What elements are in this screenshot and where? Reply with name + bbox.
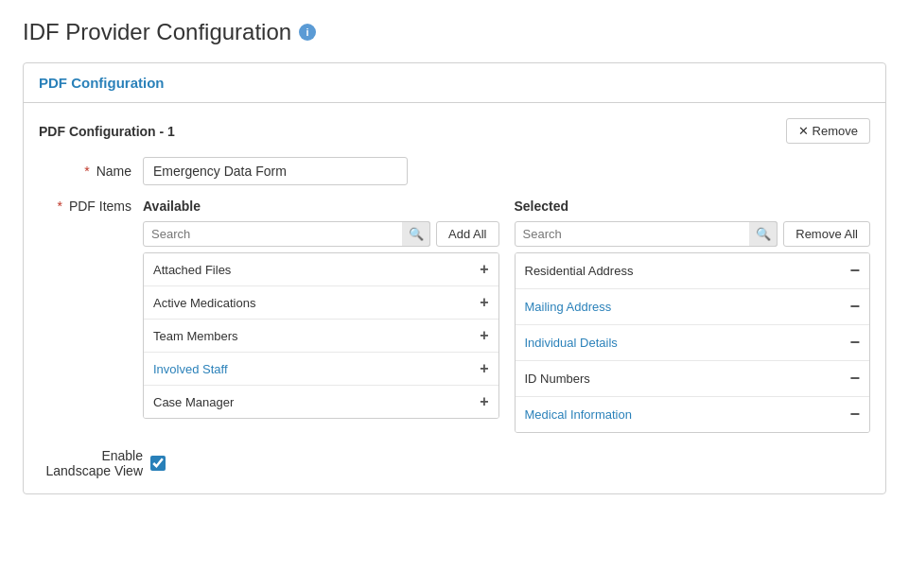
available-item-label-0: Attached Files — [153, 263, 231, 277]
config-section-header: PDF Configuration - 1 ✕ Remove — [39, 118, 870, 144]
page-title: IDF Provider Configuration — [23, 19, 291, 45]
available-list-container: Attached Files + Active Medications + Te… — [143, 252, 499, 419]
remove-icon-2[interactable]: − — [849, 333, 860, 353]
card-header: PDF Configuration — [24, 63, 885, 103]
available-item-label-2: Team Members — [153, 329, 238, 343]
name-row: * Name — [39, 157, 870, 185]
landscape-checkbox-wrapper — [150, 456, 166, 471]
pdf-items-row: * PDF Items Available 🔍 — [39, 199, 870, 433]
remove-all-button[interactable]: Remove All — [783, 221, 870, 247]
remove-icon-0[interactable]: − — [849, 261, 860, 281]
selected-item-1[interactable]: Mailing Address − — [516, 289, 870, 325]
add-icon-1[interactable]: + — [480, 294, 488, 311]
add-icon-4[interactable]: + — [480, 393, 488, 410]
available-item-label-4: Case Manager — [153, 395, 234, 409]
available-list: Attached Files + Active Medications + Te… — [144, 253, 498, 418]
pdf-config-card: PDF Configuration PDF Configuration - 1 … — [23, 62, 886, 494]
available-item-1[interactable]: Active Medications + — [144, 286, 498, 320]
selected-item-0[interactable]: Residential Address − — [516, 253, 870, 289]
remove-button[interactable]: ✕ Remove — [786, 118, 870, 144]
selected-list-container: Residential Address − Mailing Address − … — [515, 252, 871, 433]
add-icon-0[interactable]: + — [480, 261, 488, 278]
available-item-4[interactable]: Case Manager + — [144, 386, 498, 418]
landscape-label: Enable Landscape View — [39, 448, 143, 478]
landscape-checkbox[interactable] — [150, 456, 166, 471]
selected-item-2[interactable]: Individual Details − — [516, 325, 870, 361]
add-all-button[interactable]: Add All — [436, 221, 498, 247]
search-icon-2: 🔍 — [756, 227, 771, 241]
available-item-3[interactable]: Involved Staff + — [144, 353, 498, 386]
remove-icon-1[interactable]: − — [849, 297, 860, 317]
selected-item-4[interactable]: Medical Information − — [516, 397, 870, 432]
required-star-2: * — [58, 199, 62, 214]
selected-list: Residential Address − Mailing Address − … — [516, 253, 870, 432]
selected-item-label-3: ID Numbers — [525, 372, 590, 386]
card-header-title: PDF Configuration — [39, 75, 164, 91]
available-item-label-1: Active Medications — [153, 296, 255, 310]
landscape-row: Enable Landscape View — [39, 448, 870, 478]
info-icon[interactable]: i — [299, 24, 316, 41]
selected-item-label-4: Medical Information — [525, 407, 632, 422]
required-star: * — [84, 164, 89, 179]
pdf-items-label: * PDF Items — [39, 199, 143, 214]
name-input[interactable] — [143, 157, 408, 185]
selected-search-button[interactable]: 🔍 — [749, 221, 778, 247]
card-body: PDF Configuration - 1 ✕ Remove * Name * … — [24, 103, 885, 493]
available-item-0[interactable]: Attached Files + — [144, 253, 498, 286]
selected-panel: Selected 🔍 Remove All — [515, 199, 871, 433]
selected-item-3[interactable]: ID Numbers − — [516, 361, 870, 397]
config-section-title: PDF Configuration - 1 — [39, 124, 175, 139]
remove-icon-4[interactable]: − — [849, 405, 860, 424]
available-search-input[interactable] — [143, 221, 430, 247]
selected-item-label-1: Mailing Address — [525, 300, 612, 314]
selected-item-label-0: Residential Address — [525, 264, 634, 278]
available-search-row: 🔍 Add All — [143, 221, 499, 247]
selected-search-wrap: 🔍 — [515, 221, 778, 247]
available-search-button[interactable]: 🔍 — [402, 221, 430, 247]
remove-icon-3[interactable]: − — [849, 369, 860, 389]
search-icon: 🔍 — [409, 227, 424, 241]
available-item-label-3: Involved Staff — [153, 362, 228, 376]
name-label: * Name — [39, 157, 143, 179]
add-icon-2[interactable]: + — [480, 327, 488, 344]
available-title: Available — [143, 199, 499, 214]
pdf-items-content: Available 🔍 Add All — [143, 199, 870, 433]
available-item-2[interactable]: Team Members + — [144, 320, 498, 353]
selected-item-label-2: Individual Details — [525, 336, 618, 350]
add-icon-3[interactable]: + — [480, 360, 488, 377]
available-search-wrap: 🔍 — [143, 221, 430, 247]
selected-search-input[interactable] — [515, 221, 778, 247]
available-panel: Available 🔍 Add All — [143, 199, 499, 419]
selected-title: Selected — [515, 199, 871, 214]
selected-search-row: 🔍 Remove All — [515, 221, 871, 247]
